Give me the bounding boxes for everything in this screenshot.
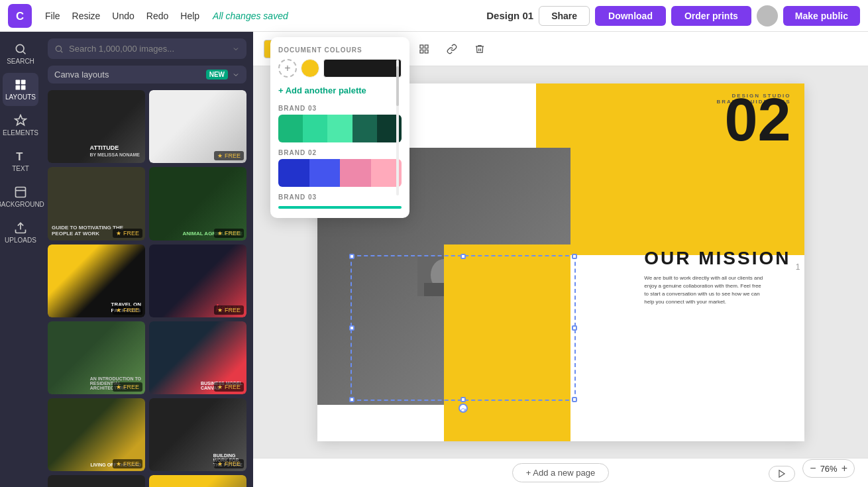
sidebar-tools: SEARCH LAYOUTS ELEMENTS T TEXT BACKGROUN… <box>0 32 41 487</box>
topbar: C File Resize Undo Redo Help All changes… <box>0 0 868 32</box>
yellow-swatch[interactable] <box>301 59 319 78</box>
design-title: Design 01 <box>486 10 533 21</box>
page-number: 1 <box>796 262 800 272</box>
topbar-right: Design 01 Share Download Order prints Ma… <box>486 5 860 27</box>
palette-swatch[interactable] <box>303 115 327 142</box>
list-item[interactable]: LIVING OFF THE LAND ★ FREE <box>48 398 145 471</box>
list-item[interactable]: ★ FREE <box>149 90 246 163</box>
canva-logo[interactable]: C <box>8 4 32 28</box>
svg-rect-7 <box>21 85 26 90</box>
list-item[interactable]: BUILDINGWORK FORTHE FUTURE ★ FREE <box>149 398 246 471</box>
layouts-grid: ATTITUDEby melissa noname ★ FREE GUIDE T… <box>48 90 246 487</box>
color-popup: DOCUMENT COLOURS + + Add another palette… <box>270 37 409 218</box>
list-item[interactable]: kenan ★ FREE <box>149 244 246 317</box>
zoom-in-button[interactable]: + <box>841 462 847 474</box>
palette-swatch[interactable] <box>327 115 352 142</box>
zoom-out-button[interactable]: − <box>810 462 816 474</box>
canvas-number: 02 <box>724 90 790 150</box>
make-public-button[interactable]: Make public <box>783 6 860 26</box>
new-badge: NEW <box>206 70 228 80</box>
svg-point-11 <box>56 46 61 51</box>
uploads-tool[interactable]: UPLOADS <box>3 216 38 249</box>
file-menu[interactable]: File <box>45 11 60 21</box>
svg-marker-20 <box>779 470 785 478</box>
svg-rect-16 <box>425 50 428 53</box>
canvas-mission: OUR MISSION We are built to work directl… <box>644 248 790 306</box>
grid-icon[interactable] <box>414 39 434 59</box>
link-icon[interactable] <box>442 39 462 59</box>
handle-br[interactable] <box>572 397 577 402</box>
list-item[interactable]: ALL ABOARD <box>149 475 246 487</box>
elements-tool[interactable]: ELEMENTS <box>3 109 38 142</box>
help-menu[interactable]: Help <box>180 11 199 21</box>
svg-rect-13 <box>420 45 423 48</box>
svg-rect-14 <box>425 45 428 48</box>
layouts-filter[interactable]: Canva layouts NEW <box>48 66 246 83</box>
list-item[interactable]: BUSINESS MODELCANVAS ★ FREE <box>149 321 246 394</box>
zoom-level: 76% <box>820 464 838 474</box>
layouts-filter-label: Canva layouts <box>54 70 109 80</box>
list-item[interactable]: MARKETING PLAN <box>48 475 145 487</box>
share-button[interactable]: Share <box>539 6 590 26</box>
mission-body: We are built to work directly with all o… <box>644 274 763 306</box>
palette-swatch[interactable] <box>309 159 341 187</box>
brand03-label-2: BRAND 03 <box>278 193 402 201</box>
doc-colors-title: DOCUMENT COLOURS <box>278 46 402 54</box>
list-item[interactable]: TRAVEL ONPACKAGES ★ FREE <box>48 244 145 317</box>
doc-colors-row: + <box>278 59 402 78</box>
svg-rect-5 <box>21 80 26 85</box>
svg-text:T: T <box>16 150 23 163</box>
svg-text:C: C <box>16 10 24 23</box>
svg-rect-4 <box>16 80 21 85</box>
add-color-button[interactable]: + <box>278 59 297 78</box>
palette-swatch[interactable] <box>278 159 309 187</box>
svg-rect-9 <box>16 188 26 197</box>
popup-scrollbar[interactable] <box>396 60 399 195</box>
add-page-button[interactable]: + Add a new page <box>512 463 609 482</box>
svg-point-2 <box>16 44 24 52</box>
list-item[interactable]: AN INTRODUCTION TORESIDENTIALARCHITECTUR… <box>48 321 145 394</box>
background-tool[interactable]: BACKGROUND <box>3 180 38 213</box>
trash-icon[interactable] <box>470 39 490 59</box>
search-input[interactable] <box>69 44 227 54</box>
add-palette-link[interactable]: + Add another palette <box>278 85 402 95</box>
undo-menu[interactable]: Undo <box>112 11 134 21</box>
list-item[interactable]: ANIMAL AGRICULTURE ★ FREE <box>149 167 246 240</box>
brand02-palette <box>278 159 402 187</box>
save-status: All changes saved <box>213 11 288 21</box>
palette-swatch[interactable] <box>278 115 303 142</box>
search-bar[interactable] <box>48 38 246 59</box>
list-item[interactable]: GUIDE TO MOTIVATING THE PEOPLE AT WORK ★… <box>48 167 145 240</box>
black-swatch[interactable] <box>323 59 402 78</box>
mission-title: OUR MISSION <box>644 248 790 269</box>
search-tool[interactable]: SEARCH <box>3 37 38 70</box>
svg-rect-6 <box>16 85 21 90</box>
order-prints-button[interactable]: Order prints <box>671 6 751 26</box>
palette-swatch[interactable] <box>353 115 377 142</box>
brand03-palette-1 <box>278 115 402 142</box>
brand03-label-1: BRAND 03 <box>278 105 402 112</box>
zoom-controls: − 76% + <box>802 459 855 478</box>
svg-rect-15 <box>420 50 423 53</box>
list-item[interactable]: ATTITUDEby melissa noname <box>48 90 145 163</box>
svg-line-12 <box>61 50 63 52</box>
download-button[interactable]: Download <box>595 6 666 26</box>
text-tool[interactable]: T TEXT <box>3 144 38 178</box>
topbar-nav: File Resize Undo Redo Help <box>45 11 199 21</box>
layouts-tool[interactable]: LAYOUTS <box>3 73 38 106</box>
resize-menu[interactable]: Resize <box>72 11 101 21</box>
canvas-footer: + Add a new page − 76% + <box>253 458 868 487</box>
redo-menu[interactable]: Redo <box>146 11 168 21</box>
handle-mr[interactable] <box>572 325 577 331</box>
brand03-underline <box>278 206 402 209</box>
avatar[interactable] <box>757 5 778 27</box>
palette-swatch[interactable] <box>340 159 371 187</box>
brand02-label: BRAND 02 <box>278 149 402 156</box>
layouts-panel: Canva layouts NEW ATTITUDEby melissa non… <box>41 32 253 487</box>
present-button[interactable] <box>769 466 795 482</box>
canvas-yellow-triangle <box>444 244 570 441</box>
svg-line-3 <box>23 52 26 54</box>
